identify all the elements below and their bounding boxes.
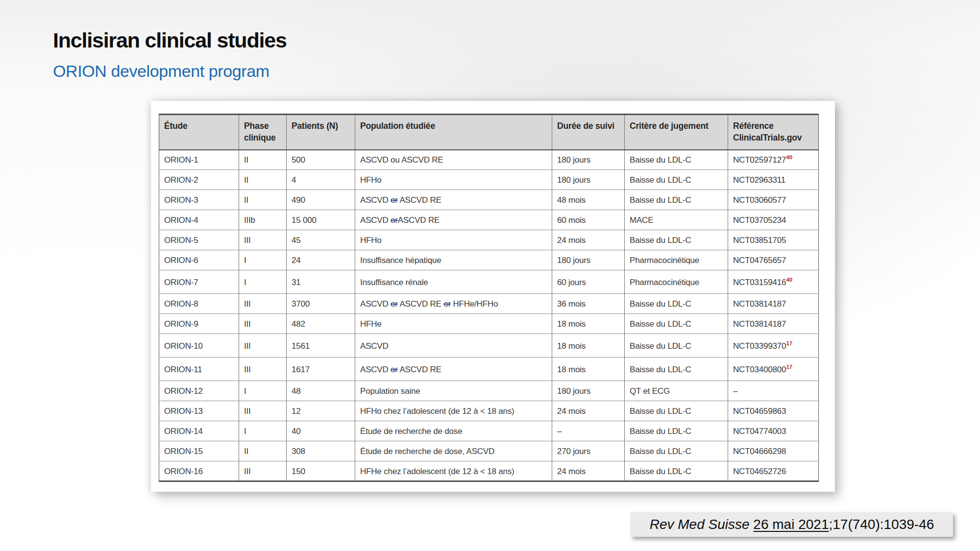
cell-patients: 15 000 [287, 210, 355, 230]
cell-phase: I [239, 421, 287, 441]
cell-patients: 12 [287, 401, 355, 421]
cell-phase: III [239, 461, 287, 481]
cell-endpoint: Pharmacocinétique [625, 250, 728, 270]
cell-duration: 180 jours [552, 150, 625, 170]
cell-duration: 24 mois [552, 461, 625, 481]
cell-duration: 60 mois [552, 210, 625, 230]
population-text: ASCVD [360, 195, 391, 205]
cell-study: ORION-8 [159, 294, 239, 314]
cell-reference: NCT04659863 [728, 401, 819, 421]
cell-endpoint: Baisse du LDL-C [625, 190, 728, 210]
cell-patients: 1561 [287, 334, 355, 358]
cell-study: ORION-13 [159, 401, 239, 421]
cell-duration: 36 mois [552, 294, 625, 314]
slide: Inclisiran clinical studies ORION develo… [0, 0, 980, 551]
population-text: ASCVD [360, 365, 391, 374]
cell-patients: 1617 [287, 358, 355, 381]
cell-population: ASCVD or ASCVD RE [355, 358, 552, 381]
cell-reference: NCT04652726 [728, 461, 819, 481]
table-row: ORION-10 III 1561 ASCVD 18 mois Baisse d… [159, 334, 819, 358]
cell-endpoint: Baisse du LDL-C [625, 230, 728, 250]
cell-phase: II [239, 190, 287, 210]
citation-volume-pages: ;17(740):1039-46 [829, 517, 934, 532]
cell-population: Population saine [355, 381, 552, 401]
cell-duration: 180 jours [552, 170, 625, 190]
cell-endpoint: Baisse du LDL-C [625, 358, 728, 381]
cell-duration: 270 jours [552, 441, 625, 461]
cell-endpoint: Baisse du LDL-C [625, 314, 728, 334]
cell-population: Étude de recherche de dose, ASCVD [355, 441, 552, 461]
population-text: HFHo [360, 175, 382, 185]
cell-reference: NCT03814187 [728, 294, 819, 314]
cell-duration: 180 jours [552, 250, 625, 270]
population-text: ASCVD ou ASCVD RE [360, 155, 443, 165]
cell-endpoint: QT et ECG [625, 381, 728, 401]
citation-box: Rev Med Suisse 26 mai 2021;17(740):1039-… [631, 512, 953, 537]
cell-phase: III [239, 230, 287, 250]
cell-duration: – [552, 421, 625, 441]
page-title: Inclisiran clinical studies [53, 28, 287, 52]
cell-study: ORION-1 [159, 150, 239, 170]
cell-endpoint: Baisse du LDL-C [625, 294, 728, 314]
table-body: ORION-1 II 500 ASCVD ou ASCVD RE 180 jou… [159, 150, 819, 481]
cell-phase: IIIb [239, 210, 287, 230]
cell-patients: 500 [287, 150, 355, 170]
population-text: HFHe chez l’adolescent (de 12 à < 18 ans… [360, 467, 514, 476]
reference-superscript: 40 [786, 155, 792, 161]
population-text: ASCVD RE [398, 299, 443, 309]
population-text: ASCVD RE [398, 216, 440, 225]
cell-population: HFHe [355, 314, 552, 334]
cell-duration: 24 mois [552, 401, 625, 421]
cell-population: ASCVD orASCVD RE [355, 210, 552, 230]
cell-population: HFHe chez l’adolescent (de 12 à < 18 ans… [355, 461, 552, 481]
table-header-row: Étude Phase clinique Patients (N) Popula… [159, 115, 819, 150]
population-strikethrough-text: or [391, 365, 398, 374]
table-row: ORION-1 II 500 ASCVD ou ASCVD RE 180 jou… [159, 150, 819, 170]
cell-phase: III [239, 314, 287, 334]
cell-endpoint: Baisse du LDL-C [625, 150, 728, 170]
cell-endpoint: MACE [625, 210, 728, 230]
cell-phase: III [239, 334, 287, 358]
table-row: ORION-7 I 31 Insuffisance rénale 60 jour… [159, 270, 819, 294]
cell-study: ORION-14 [159, 421, 239, 441]
table-row: ORION-4 IIIb 15 000 ASCVD orASCVD RE 60 … [159, 210, 819, 230]
cell-endpoint: Baisse du LDL-C [625, 421, 728, 441]
cell-population: Insuffisance rénale [355, 270, 552, 294]
cell-study: ORION-2 [159, 170, 239, 190]
table-row: ORION-13 III 12 HFHo chez l’adolescent (… [159, 401, 819, 421]
cell-duration: 180 jours [552, 381, 625, 401]
column-header-phase: Phase clinique [239, 115, 287, 150]
cell-study: ORION-3 [159, 190, 239, 210]
cell-patients: 150 [287, 461, 355, 481]
cell-population: ASCVD [355, 334, 552, 358]
cell-endpoint: Baisse du LDL-C [625, 170, 728, 190]
population-text: HFHo [360, 236, 382, 245]
cell-phase: I [239, 270, 287, 294]
cell-patients: 3700 [287, 294, 355, 314]
cell-population: HFHo [355, 170, 552, 190]
cell-study: ORION-16 [159, 461, 239, 481]
table-row: ORION-2 II 4 HFHo 180 jours Baisse du LD… [159, 170, 819, 190]
column-header-duree: Durée de suivi [552, 115, 625, 150]
population-strikethrough-text: or [391, 216, 398, 225]
cell-study: ORION-12 [159, 381, 239, 401]
reference-superscript: 17 [786, 340, 792, 346]
column-header-critere: Critère de jugement [625, 115, 728, 150]
population-strikethrough-text: or [391, 299, 398, 309]
cell-patients: 482 [287, 314, 355, 334]
cell-patients: 40 [287, 421, 355, 441]
citation-date: 26 mai 2021 [753, 517, 829, 532]
cell-reference: NCT03851705 [728, 230, 819, 250]
population-text: Insuffisance rénale [360, 278, 428, 287]
cell-patients: 45 [287, 230, 355, 250]
cell-endpoint: Pharmacocinétique [625, 270, 728, 294]
cell-reference: NCT0340080017 [728, 358, 819, 381]
cell-endpoint: Baisse du LDL-C [625, 401, 728, 421]
table-row: ORION-16 III 150 HFHe chez l’adolescent … [159, 461, 819, 481]
population-text: ASCVD RE [398, 195, 441, 205]
cell-patients: 48 [287, 381, 355, 401]
cell-phase: I [239, 250, 287, 270]
cell-study: ORION-11 [159, 358, 239, 381]
population-strikethrough-text: or [391, 195, 398, 205]
cell-population: ASCVD or ASCVD RE or HFHe/HFHo [355, 294, 552, 314]
